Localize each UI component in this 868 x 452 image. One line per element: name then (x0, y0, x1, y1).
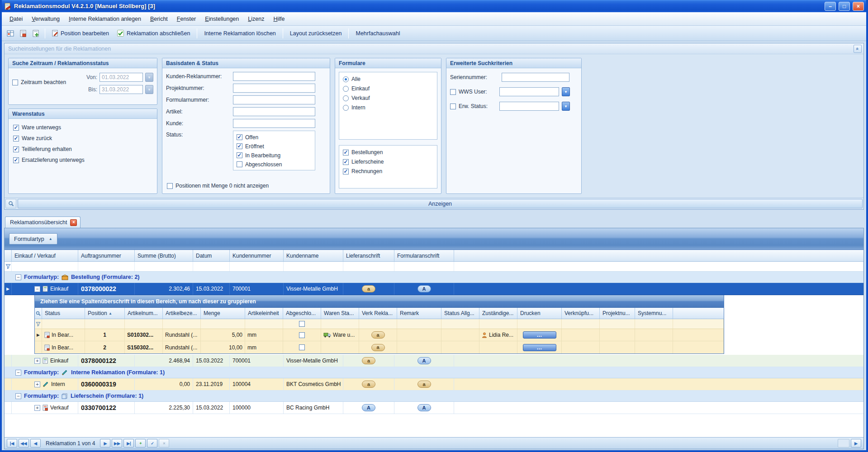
nav-commit-button[interactable]: ✓ (147, 439, 157, 447)
collapse-icon[interactable]: − (15, 274, 21, 280)
ware-zurueck-checkbox[interactable] (13, 136, 19, 141)
detail-filter-cell[interactable] (359, 319, 397, 329)
detail-header-verk-reklamation[interactable]: Verk Rekla... (359, 308, 397, 319)
detail-filter-cell[interactable] (479, 319, 517, 329)
column-header-lieferanschrift[interactable]: Lieferanschrift (343, 250, 394, 261)
collapse-icon[interactable]: − (34, 286, 40, 292)
detail-header-artikelnummer[interactable]: Artikelnum... (125, 308, 163, 319)
formularanschrift-button[interactable]: A (417, 285, 431, 292)
detail-filter-cell[interactable] (397, 319, 441, 329)
interne-reklamation-loeschen-button[interactable]: Interne Reklamation löschen (200, 28, 279, 39)
nav-prev-page-button[interactable]: ◀◀ (19, 439, 29, 447)
filter-cell[interactable] (12, 262, 78, 271)
detail-header-menge[interactable]: Menge (201, 308, 245, 319)
column-header-einkauf-verkauf[interactable]: Einkauf / Verkauf (12, 250, 78, 261)
minimize-button-icon[interactable]: – (825, 2, 836, 11)
layout-zuruecksetzen-button[interactable]: Layout zurücksetzen (286, 28, 346, 39)
column-header-auftragsnummer[interactable]: Auftragsnummer (78, 250, 135, 261)
detail-filter-cell[interactable] (441, 319, 479, 329)
detail-header-drucken[interactable]: Drucken (517, 308, 562, 319)
detail-filter-cell[interactable] (562, 319, 600, 329)
detail-filter-cell[interactable] (125, 319, 163, 329)
detail-filter-cell[interactable] (163, 319, 201, 329)
eroeffnet-checkbox[interactable] (237, 143, 242, 149)
detail-filter-cell[interactable] (517, 319, 562, 329)
detail-filter-cell[interactable] (245, 319, 283, 329)
detail-header-remark[interactable]: Remark (397, 308, 441, 319)
einkauf-radio[interactable] (343, 86, 349, 92)
detail-filter-cell[interactable] (201, 319, 245, 329)
abgeschlossen-row-checkbox[interactable] (299, 332, 305, 338)
group-chip-formulartyp[interactable]: Formulartyp ▲ (9, 233, 57, 245)
detail-header-abgeschlossen[interactable]: Abgeschlo... (283, 308, 321, 319)
column-header-formularanschrift[interactable]: Formularanschrift (394, 250, 454, 261)
menu-interne-reklamation-anlegen[interactable]: Interne Reklamation anlegen (65, 14, 145, 24)
wws-user-input[interactable] (499, 87, 559, 96)
mehrfachauswahl-button[interactable]: Mehrfachauswahl (352, 28, 403, 39)
lieferscheine-checkbox[interactable] (343, 159, 349, 165)
anzeigen-button[interactable]: Anzeigen (18, 199, 863, 208)
detail-filter-abgeschlossen[interactable] (283, 319, 321, 329)
intern-radio[interactable] (343, 105, 349, 111)
menu-verwaltung[interactable]: Verwaltung (28, 14, 64, 24)
filter-cell[interactable] (78, 262, 135, 271)
formularanschrift-button[interactable]: A (417, 404, 431, 411)
detail-header-artikeleinheit[interactable]: Artikeleinheit (245, 308, 283, 319)
document-add-tool-button[interactable] (30, 28, 42, 39)
drucken-button[interactable]: … (523, 331, 556, 339)
wws-user-checkbox[interactable] (450, 89, 456, 95)
teillieferung-checkbox[interactable] (13, 146, 19, 152)
erw-status-dropdown-icon[interactable]: ▼ (562, 102, 570, 111)
menge-null-checkbox[interactable] (167, 183, 173, 189)
detail-header-status-allg[interactable]: Status Allg... (441, 308, 479, 319)
column-header-summe[interactable]: Summe (Brutto) (135, 250, 193, 261)
detail-filter-cell[interactable] (85, 319, 125, 329)
zeitraum-beachten-checkbox[interactable] (12, 80, 18, 85)
column-header-datum[interactable]: Datum (193, 250, 230, 261)
filter-cell[interactable] (343, 262, 394, 271)
nav-next-button[interactable]: ▶ (100, 439, 110, 447)
kunden-reklanummer-input[interactable] (233, 72, 315, 81)
von-dropdown-icon[interactable]: ▼ (145, 73, 153, 82)
verk-reklamation-button[interactable]: a (371, 331, 385, 339)
ware-unterwegs-checkbox[interactable] (13, 125, 19, 131)
ersatzlieferung-checkbox[interactable] (13, 157, 19, 163)
close-button-icon[interactable]: × (853, 2, 864, 11)
alle-radio[interactable] (343, 76, 349, 82)
detail-filter-cell[interactable] (321, 319, 359, 329)
von-date-input[interactable] (100, 73, 143, 82)
maximize-button-icon[interactable]: □ (839, 2, 850, 11)
menu-hilfe[interactable]: Hilfe (269, 14, 289, 24)
column-header-kundennummer[interactable]: Kundennummer (230, 250, 284, 261)
reklamation-abschliessen-button[interactable]: Reklamation abschließen (114, 28, 194, 39)
formularanschrift-button[interactable]: a (417, 381, 431, 388)
erw-status-input[interactable] (499, 102, 559, 111)
panel-collapse-button[interactable]: « (854, 45, 862, 53)
group-row-bestellung[interactable]: − Formulartyp: Bestellung (Formulare: 2) (5, 272, 863, 283)
menu-datei[interactable]: Datei (5, 14, 27, 24)
lieferanschrift-button[interactable]: a (362, 381, 375, 388)
menu-lizenz[interactable]: Lizenz (244, 14, 268, 24)
filter-cell[interactable] (193, 262, 230, 271)
document-red-tool-button[interactable] (17, 28, 29, 39)
detail-row-position-1[interactable]: ▶ In Bear... 1 S010302... Rundstahl (...… (35, 329, 724, 341)
verk-reklamation-button[interactable]: a (371, 344, 385, 351)
bis-dropdown-icon[interactable]: ▼ (145, 85, 153, 94)
bestellungen-checkbox[interactable] (343, 150, 349, 155)
menu-einstellungen[interactable]: Einstellungen (201, 14, 243, 24)
detail-header-status[interactable]: Status (42, 308, 85, 319)
formularnummer-input[interactable] (233, 95, 315, 104)
nav-first-button[interactable]: |◀ (7, 439, 17, 447)
filter-abgeschlossen-checkbox[interactable] (299, 321, 305, 327)
collapse-icon[interactable]: − (15, 370, 21, 376)
detail-header-zustaendige[interactable]: Zuständige... (479, 308, 517, 319)
collapse-icon[interactable]: − (15, 393, 21, 399)
bis-date-input[interactable] (100, 85, 143, 94)
offen-checkbox[interactable] (237, 134, 242, 140)
nav-add-button[interactable]: + (135, 439, 146, 447)
grid-row-0360000319[interactable]: + Intern 0360000319 0,00 23.11.2019 1000… (5, 378, 863, 391)
in-bearbeitung-checkbox[interactable] (237, 152, 242, 158)
detail-header-systemnummer[interactable]: Systemnu... (635, 308, 673, 319)
detail-filter-cell[interactable] (600, 319, 635, 329)
detail-filter-cell[interactable] (635, 319, 673, 329)
